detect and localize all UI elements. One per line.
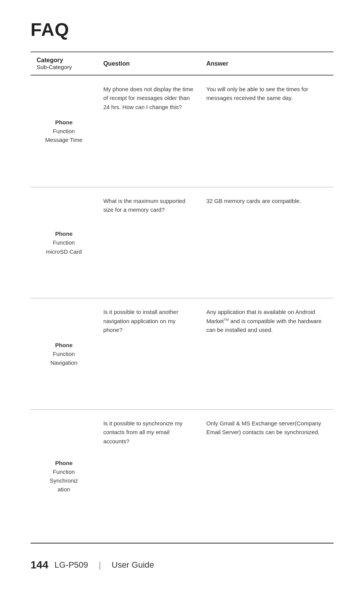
cell-question: Is it possible to synchronize my contact… (97, 410, 200, 543)
table-row: PhoneFunctionSynchronizationIs it possib… (31, 410, 333, 543)
page-container: FAQ Category Sub-Category Question Answe… (0, 0, 364, 594)
category-sub2: Synchronization (37, 476, 91, 494)
category-sub1: Function (37, 349, 91, 358)
cell-category: PhoneFunctionSynchronization (31, 410, 97, 543)
category-sub2: microSD Card (37, 247, 91, 256)
category-sub1: Function (37, 127, 91, 135)
cell-question: What is the maximum supported size for a… (97, 187, 200, 298)
category-main: Phone (37, 341, 91, 349)
cell-answer: 32 GB memory cards are compatible. (200, 187, 333, 298)
category-sub1: Function (37, 238, 91, 247)
footer-product: LG-P509 (55, 560, 88, 570)
faq-table: Category Sub-Category Question Answer Ph… (31, 52, 333, 543)
cell-answer: Only Gmail & MS Exchange server(Company … (200, 410, 333, 543)
category-main: Phone (37, 118, 91, 127)
faq-table-body: PhoneFunctionMessage TimeMy phone does n… (31, 75, 333, 543)
table-row: PhoneFunctionmicroSD CardWhat is the max… (31, 187, 333, 298)
footer-page-number: 144 (31, 559, 48, 571)
column-header-question: Question (97, 52, 200, 75)
page-title: FAQ (31, 19, 333, 40)
column-header-category: Category Sub-Category (31, 52, 97, 75)
category-sub1: Function (37, 467, 91, 476)
column-header-answer: Answer (200, 52, 333, 75)
page-footer: 144 LG-P509 | User Guide (31, 543, 333, 571)
footer-guide: User Guide (112, 560, 154, 570)
category-main: Phone (37, 229, 91, 238)
cell-question: My phone does not display the time of re… (97, 75, 200, 187)
cell-question: Is it possible to install another naviga… (97, 298, 200, 410)
cell-answer: Any application that is available on And… (200, 298, 333, 410)
table-row: PhoneFunctionMessage TimeMy phone does n… (31, 75, 333, 187)
table-row: PhoneFunctionNavigationIs it possible to… (31, 298, 333, 410)
cell-category: PhoneFunctionNavigation (31, 298, 97, 410)
category-main: Phone (37, 459, 91, 467)
table-header-row: Category Sub-Category Question Answer (31, 52, 333, 75)
cell-answer: You will only be able to see the times f… (200, 75, 333, 187)
cell-category: PhoneFunctionMessage Time (31, 75, 97, 187)
category-sub2: Message Time (37, 135, 91, 144)
footer-separator: | (99, 560, 101, 570)
category-sub2: Navigation (37, 358, 91, 367)
cell-category: PhoneFunctionmicroSD Card (31, 187, 97, 298)
